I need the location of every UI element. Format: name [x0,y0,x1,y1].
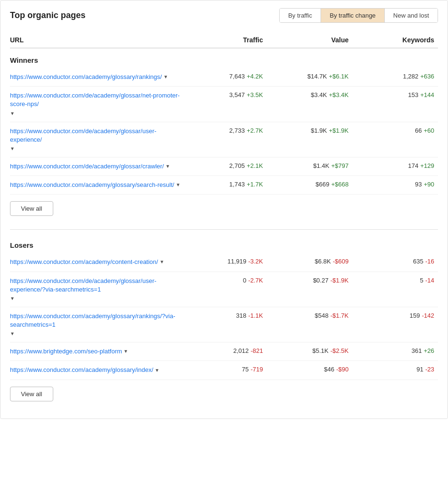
traffic-change: +3.5K [247,91,263,98]
traffic-value: 2,705 [229,162,245,169]
dropdown-arrow-icon[interactable]: ▼ [10,146,15,152]
value-cell: $5.1K -$2.5K [267,347,352,354]
traffic-cell: 11,919 -3.2K [181,258,267,265]
traffic-value: 1,743 [229,181,245,188]
keywords-change: +26 [424,347,434,354]
table-row: https://www.conductor.com/de/academy/glo… [10,87,438,122]
table-row: https://www.conductor.com/academy/conten… [10,253,438,272]
keywords-change: +129 [420,162,434,169]
keywords-cell: 174 +129 [352,162,438,169]
url-cell[interactable]: https://www.conductor.com/academy/glossa… [10,181,181,189]
widget-title: Top organic pages [10,10,86,20]
widget-header: Top organic pages By traffic By traffic … [10,8,438,23]
winners-label: Winners [10,49,438,68]
url-cell[interactable]: https://www.conductor.com/de/academy/glo… [10,91,181,117]
dropdown-arrow-icon[interactable]: ▼ [159,259,164,265]
table-header: URL Traffic Value Keywords [10,32,438,49]
value-amount: $0.27 [313,277,329,284]
url-cell[interactable]: https://www.conductor.com/academy/glossa… [10,73,181,81]
url-link[interactable]: https://www.conductor.com/academy/glossa… [10,366,153,374]
value-amount: $14.7K [307,73,327,80]
traffic-cell: 75 -719 [181,366,267,373]
col-header-keywords: Keywords [352,36,438,44]
traffic-change: -719 [251,366,263,373]
losers-view-all-button[interactable]: View all [10,387,53,401]
keywords-count: 174 [408,162,419,169]
keywords-cell: 153 +144 [352,91,438,98]
value-cell: $1.4K +$797 [267,162,352,169]
url-cell[interactable]: https://www.conductor.com/de/academy/glo… [10,127,181,152]
dropdown-arrow-icon[interactable]: ▼ [124,348,128,355]
keywords-count: 1,282 [403,73,419,80]
value-amount: $548 [315,312,329,319]
url-cell[interactable]: https://www.conductor.com/academy/glossa… [10,366,181,374]
dropdown-arrow-icon[interactable]: ▼ [163,74,168,80]
traffic-value: 3,547 [229,91,245,98]
url-link[interactable]: https://www.conductor.com/de/academy/glo… [10,277,181,294]
value-cell: $548 -$1.7K [267,312,352,319]
keywords-cell: 5 -14 [352,277,438,284]
dropdown-arrow-icon[interactable]: ▼ [10,295,15,302]
traffic-change: +2.7K [247,127,263,134]
url-link[interactable]: https://www.conductor.com/academy/glossa… [10,73,162,81]
url-link[interactable]: https://www.conductor.com/academy/glossa… [10,312,181,329]
value-amount: $3.4K [311,91,327,98]
keywords-change: -23 [425,366,434,373]
dropdown-arrow-icon[interactable]: ▼ [166,163,170,170]
url-cell[interactable]: https://www.conductor.com/academy/glossa… [10,312,181,337]
winners-table: https://www.conductor.com/academy/glossa… [10,68,438,195]
tab-by-traffic-change[interactable]: By traffic change [321,9,385,22]
keywords-change: -14 [425,277,434,284]
url-cell[interactable]: https://www.conductor.com/de/academy/glo… [10,162,181,171]
winners-view-all-button[interactable]: View all [10,201,53,216]
keywords-change: +90 [424,181,434,188]
value-amount: $669 [316,181,330,188]
keywords-count: 153 [408,91,419,98]
dropdown-arrow-icon[interactable]: ▼ [10,331,15,337]
traffic-value: 0 [243,277,246,284]
tab-new-and-lost[interactable]: New and lost [385,9,438,22]
table-row: https://www.conductor.com/academy/glossa… [10,68,438,87]
keywords-cell: 159 -142 [352,312,438,319]
url-cell[interactable]: https://www.conductor.com/de/academy/glo… [10,277,181,302]
traffic-value: 75 [242,366,249,373]
url-cell[interactable]: https://www.conductor.com/academy/conten… [10,258,181,266]
url-link[interactable]: https://www.conductor.com/de/academy/glo… [10,162,164,171]
dropdown-arrow-icon[interactable]: ▼ [175,182,180,188]
value-change: +$3.4K [329,91,349,98]
tab-by-traffic[interactable]: By traffic [280,9,321,22]
losers-label: Losers [10,234,438,253]
value-change: +$797 [331,162,349,169]
tab-group: By traffic By traffic change New and los… [279,8,438,23]
traffic-change: +2.1K [247,162,263,169]
url-link[interactable]: https://www.conductor.com/academy/conten… [10,258,158,266]
value-cell: $6.8K -$609 [267,258,352,265]
keywords-change: +60 [424,127,434,134]
traffic-cell: 7,643 +4.2K [181,73,267,80]
keywords-count: 91 [417,366,423,373]
url-link[interactable]: https://www.brightedge.com/seo-platform [10,347,122,356]
keywords-cell: 635 -16 [352,258,438,265]
traffic-value: 2,012 [233,347,249,354]
value-change: +$1.9K [329,127,349,134]
value-cell: $0.27 -$1.9K [267,277,352,284]
value-change: -$1.7K [331,312,349,319]
traffic-cell: 0 -2.7K [181,277,267,284]
col-header-value: Value [267,36,352,44]
dropdown-arrow-icon[interactable]: ▼ [10,110,15,117]
top-organic-pages-widget: Top organic pages By traffic By traffic … [0,0,448,419]
dropdown-arrow-icon[interactable]: ▼ [155,367,159,374]
url-link[interactable]: https://www.conductor.com/de/academy/glo… [10,91,181,108]
keywords-count: 93 [415,181,421,188]
table-row: https://www.conductor.com/academy/glossa… [10,307,438,342]
value-change: -$90 [336,366,349,373]
url-cell[interactable]: https://www.brightedge.com/seo-platform … [10,347,181,356]
traffic-change: -821 [251,347,263,354]
keywords-change: -142 [422,312,434,319]
table-row: https://www.brightedge.com/seo-platform … [10,342,438,361]
url-link[interactable]: https://www.conductor.com/de/academy/glo… [10,127,181,144]
table-row: https://www.conductor.com/de/academy/glo… [10,272,438,307]
url-link[interactable]: https://www.conductor.com/academy/glossa… [10,181,174,189]
traffic-change: -3.2K [248,258,263,265]
value-change: -$609 [333,258,349,265]
